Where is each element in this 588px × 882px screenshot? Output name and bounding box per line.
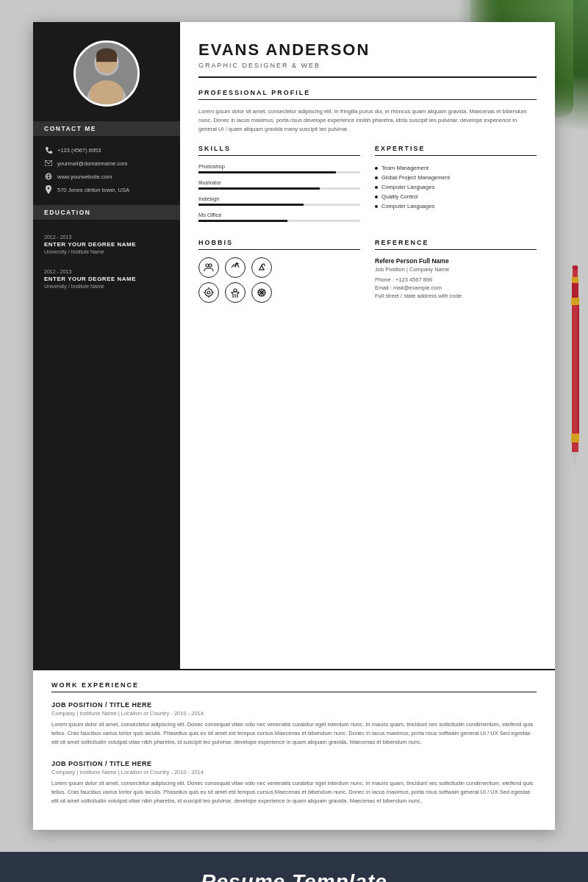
reference-title: REFERENCE <box>375 239 537 250</box>
skills-title: SKILLS <box>198 145 360 156</box>
main-content: EVANS ANDERSON GRAPHIC DESIGNER & WEB PR… <box>180 22 555 669</box>
bullet <box>375 196 378 198</box>
hobby-icon-4 <box>198 282 219 303</box>
edu2-school: University / Institute Name <box>44 284 169 289</box>
job-desc-1: Lorem ipsum dolor sit amet, consectetur … <box>51 720 537 747</box>
job-block-1: JOB POSITION / TITLE HERE Company | Inst… <box>51 701 537 747</box>
profile-text: Lorem ipsum dolor sit amet, consectetur … <box>198 107 537 134</box>
bottom-section: Resume Template Resume & CV Ai Ps W > 2 … <box>0 852 588 882</box>
education-header: EDUCATION <box>33 205 180 220</box>
address-icon <box>44 185 53 194</box>
svg-rect-29 <box>572 294 578 452</box>
job-title-1: JOB POSITION / TITLE HERE <box>51 701 537 709</box>
reference-phone: Phone : +123 4567 896 <box>375 276 537 283</box>
job-desc-2: Lorem ipsum dolor sit amet, consectetur … <box>51 779 537 806</box>
product-title: Resume Template <box>22 870 566 882</box>
pen-decoration <box>566 235 584 470</box>
hobby-icon-5 <box>225 282 245 303</box>
edu-block-2: 2012 - 2013 ENTER YOUR DEGREE NAME Unive… <box>33 262 180 296</box>
svg-point-36 <box>573 265 578 270</box>
svg-rect-31 <box>571 434 579 442</box>
edu2-degree: ENTER YOUR DEGREE NAME <box>44 276 169 282</box>
svg-point-11 <box>48 187 50 190</box>
reference-section: REFERENCE Refere Person Full Name Job Po… <box>375 239 537 307</box>
sidebar: CONTACT ME +123 (4567) 8953 yourmail@ <box>33 22 180 669</box>
edu1-years: 2012 - 2013 <box>44 234 169 240</box>
skill-msoffice: Ms Office <box>198 212 360 222</box>
candidate-name: EVANS ANDERSON <box>198 40 537 60</box>
hobbies-title: HOBBIS <box>198 239 360 250</box>
edu2-years: 2012 - 2013 <box>44 269 169 274</box>
email-icon <box>44 159 53 168</box>
expertise-list: Team ManagementGlobal Project Management… <box>375 163 537 211</box>
svg-rect-32 <box>571 298 579 305</box>
resume-document: CONTACT ME +123 (4567) 8953 yourmail@ <box>33 22 555 830</box>
hobby-icon-3 <box>251 257 272 278</box>
expertise-section: EXPERTISE Team ManagementGlobal Project … <box>375 145 537 228</box>
hobby-icon-1 <box>198 257 219 278</box>
svg-point-4 <box>90 80 124 107</box>
job-title-2: JOB POSITION / TITLE HERE <box>51 760 537 767</box>
phone-icon <box>44 146 53 154</box>
svg-point-16 <box>205 289 212 296</box>
svg-point-12 <box>206 264 209 267</box>
email-item: yourmail@domainname.com <box>33 157 180 170</box>
edu-block-1: 2012 - 2013 ENTER YOUR DEGREE NAME Unive… <box>33 227 180 262</box>
hobby-row-2 <box>198 282 360 303</box>
skills-expertise-section: SKILLS Photoshop Illustrator Indesign <box>198 145 537 228</box>
svg-point-17 <box>207 291 210 294</box>
reference-address: Full street / state address with code. <box>375 293 537 299</box>
reference-email: Email : mail@example.com <box>375 284 537 291</box>
expertise-item: Computer Languages <box>375 182 537 192</box>
svg-point-22 <box>234 289 237 292</box>
reference-position: Job Position | Company Name <box>375 266 537 273</box>
title-italic: Resume <box>201 870 285 882</box>
job-company-1: Company | Institune Name | Location or C… <box>51 710 537 717</box>
jobs-list: JOB POSITION / TITLE HERE Company | Inst… <box>51 701 537 806</box>
svg-marker-28 <box>572 452 578 467</box>
reference-name: Refere Person Full Name <box>375 257 537 265</box>
resume-header: EVANS ANDERSON GRAPHIC DESIGNER & WEB <box>198 40 537 78</box>
bullet <box>375 186 378 189</box>
hobbies-section: HOBBIS <box>198 239 360 307</box>
bullet <box>375 205 378 208</box>
title-regular: Template <box>285 870 387 882</box>
expertise-item: Computer Languages <box>375 201 537 211</box>
hobby-icon-2 <box>225 257 245 278</box>
hobbies-reference-section: HOBBIS <box>198 239 537 307</box>
profile-section: PROFESSIONAL PROFILE Lorem ipsum dolor s… <box>198 89 537 134</box>
skill-photoshop: Photoshop <box>198 163 360 173</box>
hobby-row-1 <box>198 257 360 278</box>
expertise-item: Team Management <box>375 163 537 173</box>
candidate-title: GRAPHIC DESIGNER & WEB <box>198 62 537 69</box>
profile-photo <box>74 40 140 107</box>
resume-body: CONTACT ME +123 (4567) 8953 yourmail@ <box>33 22 555 669</box>
bullet <box>375 176 378 179</box>
skill-illustrator: Illustrator <box>198 179 360 190</box>
svg-rect-6 <box>96 55 117 62</box>
hobby-icon-6 <box>251 282 272 303</box>
work-experience-section: WORK EXPERIENCE JOB POSITION / TITLE HER… <box>33 669 555 830</box>
expertise-item: Global Project Management <box>375 173 537 182</box>
skill-indesign: Indesign <box>198 196 360 206</box>
work-section-title: WORK EXPERIENCE <box>51 681 537 692</box>
edu1-degree: ENTER YOUR DEGREE NAME <box>44 241 169 248</box>
photo-area <box>33 22 180 121</box>
svg-point-13 <box>209 264 212 267</box>
expertise-item: Quality Control <box>375 192 537 201</box>
expertise-title: EXPERTISE <box>375 145 537 156</box>
skills-section: SKILLS Photoshop Illustrator Indesign <box>198 145 360 228</box>
phone-item: +123 (4567) 8953 <box>33 143 180 157</box>
job-company-2: Company | Institune Name | Location or C… <box>51 769 537 775</box>
contact-header: CONTACT ME <box>33 121 180 136</box>
profile-section-title: PROFESSIONAL PROFILE <box>198 89 537 100</box>
website-item: www.yourwebsite.com <box>33 170 180 183</box>
svg-rect-30 <box>578 301 579 434</box>
edu1-school: University / Institute Name <box>44 249 169 254</box>
job-block-2: JOB POSITION / TITLE HERE Company | Inst… <box>51 760 537 806</box>
address-item: 570 Jones clinton tower, USA <box>33 183 180 196</box>
website-icon <box>44 172 53 181</box>
bullet <box>375 167 378 170</box>
